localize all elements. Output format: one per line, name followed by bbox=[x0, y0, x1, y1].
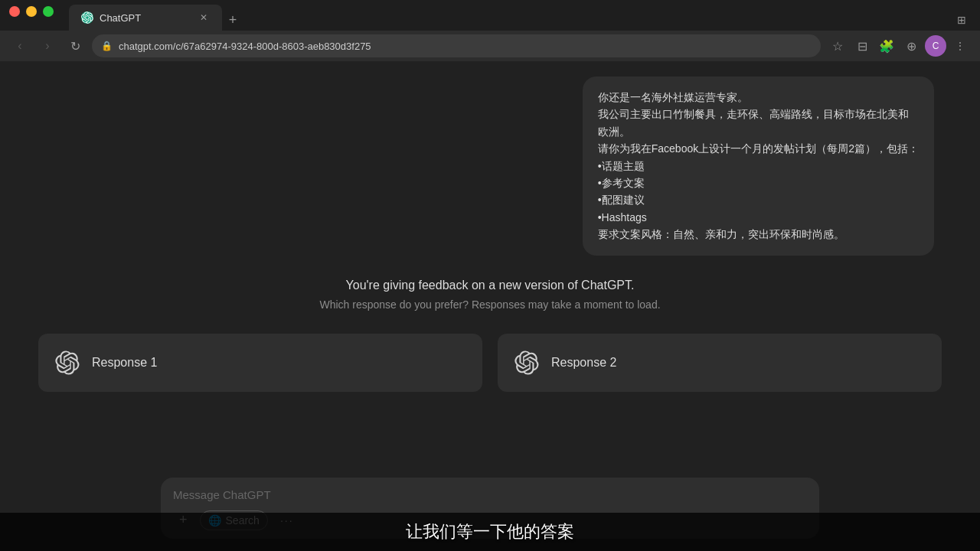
extensions-icon[interactable]: ⊞ bbox=[951, 9, 972, 31]
msg-line2: 我公司主要出口竹制餐具，走环保、高端路线，目标市场在北美和 bbox=[598, 106, 919, 122]
response-card-1[interactable]: Response 1 bbox=[38, 334, 482, 392]
bookmark-icon[interactable]: ☆ bbox=[827, 35, 848, 57]
forward-button[interactable]: › bbox=[37, 35, 58, 57]
close-button[interactable] bbox=[9, 6, 20, 17]
msg-line1: 你还是一名海外社媒运营专家。 bbox=[598, 89, 919, 106]
maximize-button[interactable] bbox=[43, 6, 54, 17]
profile-avatar[interactable]: C bbox=[925, 35, 946, 57]
address-bar: ‹ › ↻ 🔒 chatgpt.com/c/67a62974-9324-800d… bbox=[0, 31, 980, 61]
msg-bullet3: •配图建议 bbox=[598, 191, 919, 208]
chat-area: 你还是一名海外社媒运营专家。 我公司主要出口竹制餐具，走环保、高端路线，目标市场… bbox=[0, 61, 980, 470]
menu-icon[interactable]: ⋮ bbox=[949, 35, 971, 57]
main-content: 你还是一名海外社媒运营专家。 我公司主要出口竹制餐具，走环保、高端路线，目标市场… bbox=[0, 61, 980, 551]
feedback-section: You're giving feedback on a new version … bbox=[0, 256, 980, 326]
user-message-bubble: 你还是一名海外社媒运营专家。 我公司主要出口竹制餐具，走环保、高端路线，目标市场… bbox=[583, 77, 934, 256]
active-tab[interactable]: ChatGPT ✕ bbox=[69, 5, 222, 31]
subtitle-text: 让我们等一下他的答案 bbox=[406, 520, 574, 543]
msg-line5: 要求文案风格：自然、亲和力，突出环保和时尚感。 bbox=[598, 226, 919, 243]
response2-icon bbox=[513, 349, 541, 377]
response-cards: Response 1 Response 2 bbox=[15, 326, 965, 399]
tab-favicon bbox=[81, 11, 93, 24]
subtitle-overlay: 让我们等一下他的答案 bbox=[0, 513, 980, 551]
feedback-title: You're giving feedback on a new version … bbox=[346, 279, 635, 292]
extension2-icon[interactable]: 🧩 bbox=[876, 35, 897, 57]
response2-label: Response 2 bbox=[551, 356, 616, 370]
browser-chrome: ChatGPT ✕ + ⊞ ‹ › ↻ 🔒 chatgpt.com/c/67a6… bbox=[0, 0, 980, 61]
url-bar[interactable]: 🔒 chatgpt.com/c/67a62974-9324-800d-8603-… bbox=[92, 34, 821, 57]
window-controls bbox=[9, 6, 54, 17]
reload-button[interactable]: ↻ bbox=[64, 35, 86, 57]
msg-bullet1: •话题主题 bbox=[598, 158, 919, 174]
toolbar-icons: ☆ ⊟ 🧩 ⊕ C ⋮ bbox=[827, 35, 971, 57]
input-placeholder[interactable]: Message ChatGPT bbox=[173, 488, 807, 501]
extension3-icon[interactable]: ⊕ bbox=[900, 35, 922, 57]
minimize-button[interactable] bbox=[26, 6, 37, 17]
new-tab-button[interactable]: + bbox=[222, 9, 243, 31]
response-card-2[interactable]: Response 2 bbox=[498, 334, 942, 392]
message-container: 你还是一名海外社媒运营专家。 我公司主要出口竹制餐具，走环保、高端路线，目标市场… bbox=[0, 61, 980, 256]
tab-title-text: ChatGPT bbox=[100, 12, 191, 24]
lock-icon: 🔒 bbox=[101, 41, 113, 51]
feedback-subtitle: Which response do you prefer? Responses … bbox=[319, 298, 660, 311]
response1-icon bbox=[54, 349, 81, 377]
url-text: chatgpt.com/c/67a62974-9324-800d-8603-ae… bbox=[119, 41, 371, 52]
tab-bar: ChatGPT ✕ + ⊞ bbox=[0, 0, 980, 31]
tab-close-button[interactable]: ✕ bbox=[198, 11, 210, 24]
back-button[interactable]: ‹ bbox=[9, 35, 31, 57]
msg-line4: 请你为我在Facebook上设计一个月的发帖计划（每周2篇），包括： bbox=[598, 140, 919, 157]
extension1-icon[interactable]: ⊟ bbox=[851, 35, 873, 57]
response1-label: Response 1 bbox=[92, 356, 157, 370]
msg-line3: 欧洲。 bbox=[598, 123, 919, 140]
msg-bullet2: •参考文案 bbox=[598, 174, 919, 191]
msg-bullet4: •Hashtags bbox=[598, 209, 919, 226]
